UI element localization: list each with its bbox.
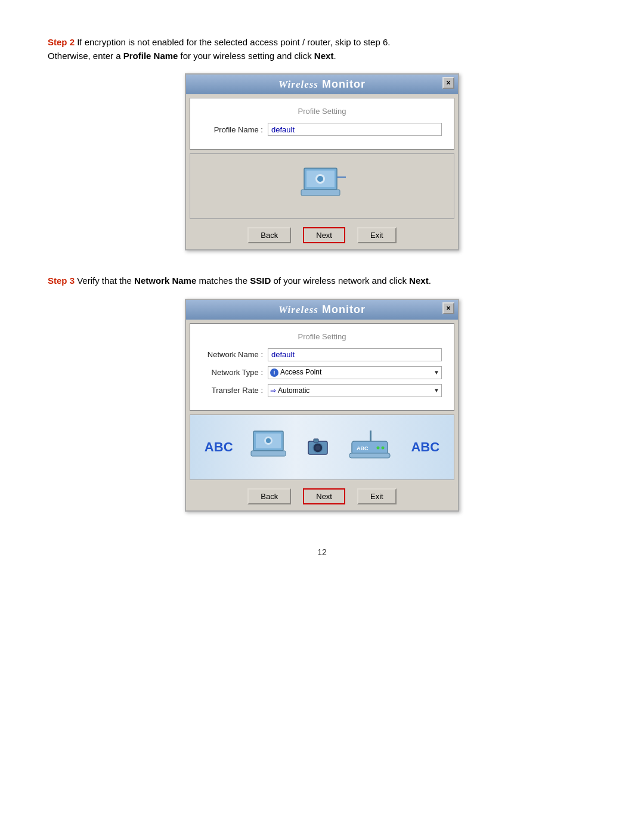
dialog2-exit-button[interactable]: Exit: [357, 488, 397, 504]
transfer-rate-icon: ⇒: [270, 386, 276, 395]
abc-right-label: ABC: [411, 439, 439, 455]
laptop-icon-1: [298, 165, 346, 207]
step2-label: Step 2: [48, 37, 75, 47]
step2-profile-term: Profile Name: [123, 51, 178, 61]
dialog1-close-button[interactable]: ×: [442, 77, 454, 89]
page-number: 12: [48, 547, 596, 557]
step3-instruction: Step 3 Verify that the Network Name matc…: [48, 274, 596, 288]
dialog2-body: Profile Setting Network Name : Network T…: [190, 323, 454, 411]
dialog1-title: Wireless Monitor: [278, 78, 366, 91]
dialog2-section-title: Profile Setting: [202, 332, 442, 341]
access-point-icon: i: [270, 368, 278, 377]
svg-rect-16: [314, 439, 318, 442]
svg-point-11: [266, 438, 271, 443]
dialog1-wrapper: Wireless Monitor × Profile Setting Profi…: [48, 73, 596, 250]
network-name-label: Network Name :: [202, 350, 268, 359]
dialog1-footer: Back Next Exit: [186, 222, 458, 249]
network-type-label: Network Type :: [202, 368, 268, 377]
dialog1-body: Profile Setting Profile Name :: [190, 98, 454, 150]
network-name-input[interactable]: [268, 348, 442, 361]
svg-point-21: [381, 446, 384, 449]
dialog1-titlebar: Wireless Monitor ×: [186, 75, 458, 94]
dialog2-illustration: ABC ABC: [190, 414, 454, 480]
transfer-rate-label: Transfer Rate :: [202, 386, 268, 395]
dialog1: Wireless Monitor × Profile Setting Profi…: [185, 73, 459, 250]
dialog2-close-button[interactable]: ×: [442, 302, 454, 314]
dialog1-illustration: [190, 153, 454, 219]
svg-point-22: [376, 446, 379, 449]
network-type-select[interactable]: iAccess Point ▼: [268, 366, 442, 379]
dialog2-next-button[interactable]: Next: [303, 488, 345, 504]
network-type-arrow-icon: ▼: [434, 369, 439, 376]
dialog2-back-button[interactable]: Back: [247, 488, 291, 504]
dialog2-titlebar: Wireless Monitor ×: [186, 300, 458, 320]
dialog2-wrapper: Wireless Monitor × Profile Setting Netwo…: [48, 299, 596, 512]
svg-text:ABC: ABC: [357, 445, 369, 451]
transfer-rate-select[interactable]: ⇒Automatic ▼: [268, 384, 442, 397]
transfer-rate-row: Transfer Rate : ⇒Automatic ▼: [202, 384, 442, 397]
abc-left-label: ABC: [205, 439, 233, 455]
profile-name-input[interactable]: [268, 123, 442, 136]
step2-next-term: Next: [314, 51, 334, 61]
dialog2-title: Wireless Monitor: [278, 304, 366, 316]
network-type-value: Access Point: [280, 368, 321, 376]
svg-point-15: [315, 445, 320, 450]
transfer-rate-arrow-icon: ▼: [434, 387, 439, 394]
step3-ssid-term: SSID: [250, 275, 271, 286]
svg-rect-17: [370, 431, 371, 441]
svg-point-3: [317, 176, 323, 182]
dialog2-footer: Back Next Exit: [186, 484, 458, 510]
svg-rect-20: [349, 453, 390, 458]
step3-label: Step 3: [48, 275, 75, 286]
profile-name-label: Profile Name :: [202, 125, 268, 134]
transfer-rate-value: Automatic: [278, 386, 309, 395]
step3-next-term: Next: [409, 275, 429, 286]
network-name-row: Network Name :: [202, 348, 442, 361]
profile-name-row: Profile Name :: [202, 123, 442, 136]
dialog2: Wireless Monitor × Profile Setting Netwo…: [185, 299, 459, 512]
camera-icon: [306, 438, 330, 457]
network-type-row: Network Type : iAccess Point ▼: [202, 366, 442, 379]
dialog1-back-button[interactable]: Back: [247, 227, 291, 243]
step2-instruction: Step 2 If encryption is not enabled for …: [48, 36, 596, 63]
laptop-icon-2: [249, 430, 290, 465]
dialog1-next-button[interactable]: Next: [303, 227, 345, 243]
svg-rect-12: [251, 451, 286, 456]
dialog1-exit-button[interactable]: Exit: [357, 227, 397, 243]
svg-rect-4: [301, 190, 340, 196]
router-icon: ABC: [347, 429, 395, 465]
dialog1-section-title: Profile Setting: [202, 107, 442, 116]
step3-network-name-term: Network Name: [134, 275, 196, 286]
